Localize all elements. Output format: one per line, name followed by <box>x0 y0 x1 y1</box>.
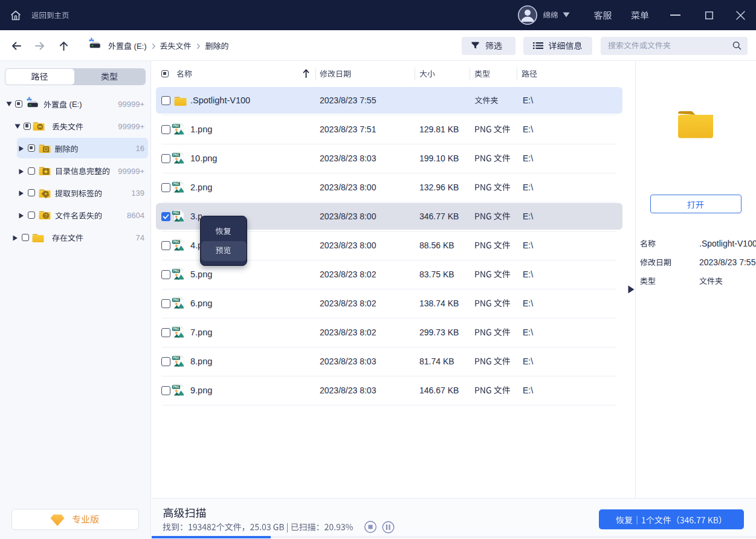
svg-text:PNG: PNG <box>173 299 179 302</box>
svg-text:PNG: PNG <box>173 124 179 127</box>
svg-text:PNG: PNG <box>173 386 179 389</box>
svg-text:PNG: PNG <box>173 182 179 186</box>
svg-text:PNG: PNG <box>173 240 179 244</box>
svg-text:PNG: PNG <box>173 211 179 215</box>
svg-text:PNG: PNG <box>173 153 179 157</box>
svg-text:PNG: PNG <box>173 357 179 360</box>
svg-text:PNG: PNG <box>173 328 179 331</box>
svg-text:?: ? <box>45 213 48 219</box>
svg-text:PNG: PNG <box>173 270 179 273</box>
